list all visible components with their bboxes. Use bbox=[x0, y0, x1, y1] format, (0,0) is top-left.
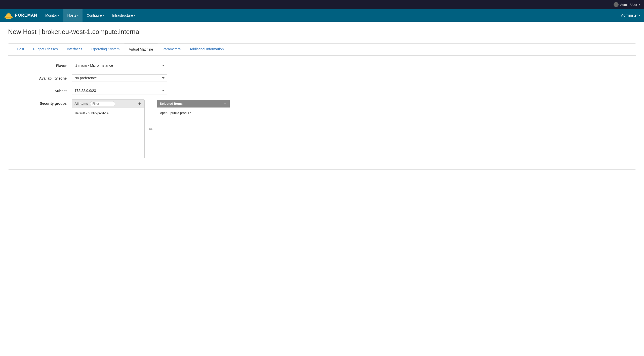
nav-item-monitor[interactable]: Monitor ▾ bbox=[41, 9, 63, 22]
brand-name: FOREMAN bbox=[15, 13, 37, 18]
svg-rect-2 bbox=[5, 17, 12, 18]
flavor-row: Flavor t2.micro - Micro Instance bbox=[16, 62, 628, 69]
all-items-label: All items bbox=[74, 102, 88, 105]
monitor-dropdown-arrow: ▾ bbox=[58, 14, 59, 17]
user-name: Admin User bbox=[620, 3, 637, 7]
navbar-brand[interactable]: FOREMAN bbox=[0, 11, 41, 20]
nav-right: Administer ▾ bbox=[617, 9, 644, 22]
selected-items-body: open - public-prod-1a bbox=[157, 108, 230, 158]
tab-operating-system[interactable]: Operating System bbox=[87, 44, 124, 55]
infrastructure-dropdown-arrow: ▾ bbox=[134, 14, 135, 17]
all-items-box: All items + default - public-prod-1a bbox=[72, 99, 145, 158]
tab-interfaces[interactable]: Interfaces bbox=[62, 44, 87, 55]
foreman-logo-icon bbox=[4, 11, 13, 20]
list-item[interactable]: default - public-prod-1a bbox=[72, 110, 144, 117]
nav-item-administer[interactable]: Administer ▾ bbox=[617, 9, 644, 22]
security-groups-row: Security groups All items + bbox=[16, 99, 628, 158]
subnet-control: 172.22.0.0/23 bbox=[72, 87, 167, 94]
tab-host[interactable]: Host bbox=[12, 44, 29, 55]
selected-items-label: Selected items bbox=[160, 102, 183, 105]
navbar: FOREMAN Monitor ▾ Hosts ▾ Configure ▾ In… bbox=[0, 9, 644, 22]
nav-item-configure[interactable]: Configure ▾ bbox=[83, 9, 108, 22]
tab-additional-information[interactable]: Additional Information bbox=[185, 44, 228, 55]
subnet-row: Subnet 172.22.0.0/23 bbox=[16, 87, 628, 94]
dual-list-container: All items + default - public-prod-1a bbox=[72, 99, 230, 158]
availability-zone-label: Availability zone bbox=[16, 74, 72, 80]
all-items-body: default - public-prod-1a bbox=[72, 108, 144, 158]
availability-zone-select[interactable]: No preference bbox=[72, 74, 167, 82]
flavor-control: t2.micro - Micro Instance bbox=[72, 62, 167, 69]
hosts-dropdown-arrow: ▾ bbox=[77, 14, 78, 17]
page-title: New Host | broker.eu-west-1.compute.inte… bbox=[8, 28, 636, 36]
security-groups-label: Security groups bbox=[16, 99, 72, 105]
tabs-bar: Host Puppet Classes Interfaces Operating… bbox=[8, 44, 636, 56]
availability-zone-row: Availability zone No preference bbox=[16, 74, 628, 82]
list-item[interactable]: open - public-prod-1a bbox=[157, 110, 230, 116]
configure-dropdown-arrow: ▾ bbox=[103, 14, 104, 17]
nav-item-hosts[interactable]: Hosts ▾ bbox=[63, 9, 83, 22]
all-items-header-left: All items bbox=[74, 101, 115, 106]
flavor-label: Flavor bbox=[16, 62, 72, 68]
top-bar: Admin User ▾ bbox=[0, 0, 644, 9]
user-avatar-icon bbox=[614, 2, 619, 7]
tab-parameters[interactable]: Parameters bbox=[158, 44, 185, 55]
nav-items: Monitor ▾ Hosts ▾ Configure ▾ Infrastruc… bbox=[41, 9, 139, 22]
page-content: New Host | broker.eu-west-1.compute.inte… bbox=[0, 22, 644, 356]
subnet-select[interactable]: 172.22.0.0/23 bbox=[72, 87, 167, 94]
selected-items-header-left: Selected items bbox=[160, 102, 183, 105]
administer-dropdown-arrow: ▾ bbox=[639, 14, 640, 17]
form-body: Flavor t2.micro - Micro Instance Availab… bbox=[8, 56, 636, 169]
selected-items-header: Selected items − bbox=[157, 100, 230, 108]
top-bar-user[interactable]: Admin User ▾ bbox=[614, 2, 640, 7]
tab-puppet-classes[interactable]: Puppet Classes bbox=[29, 44, 62, 55]
filter-input[interactable] bbox=[90, 101, 115, 106]
add-all-button[interactable]: + bbox=[137, 101, 142, 106]
tab-virtual-machine[interactable]: Virtual Machine bbox=[124, 44, 158, 56]
flavor-select[interactable]: t2.micro - Micro Instance bbox=[72, 62, 167, 69]
svg-rect-1 bbox=[8, 13, 10, 14]
availability-zone-control: No preference bbox=[72, 74, 167, 82]
subnet-label: Subnet bbox=[16, 87, 72, 93]
nav-item-infrastructure[interactable]: Infrastructure ▾ bbox=[108, 9, 139, 22]
selected-items-box: Selected items − open - public-prod-1a bbox=[157, 100, 230, 158]
main-card: Host Puppet Classes Interfaces Operating… bbox=[8, 43, 636, 170]
transfer-button[interactable]: ⇔ bbox=[148, 125, 154, 133]
remove-all-button[interactable]: − bbox=[222, 101, 227, 106]
all-items-header: All items + bbox=[72, 100, 144, 108]
user-dropdown-arrow: ▾ bbox=[639, 3, 640, 6]
